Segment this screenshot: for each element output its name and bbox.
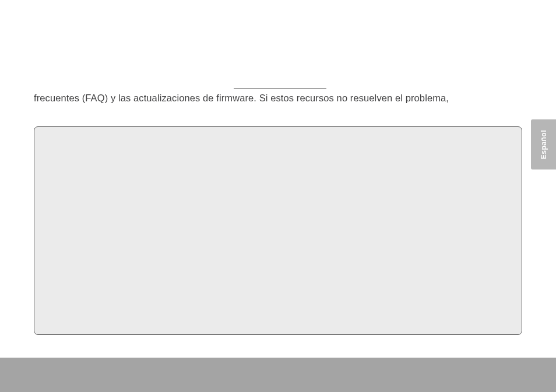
footer-bar	[0, 358, 556, 392]
language-tab-label: Español	[540, 130, 548, 159]
body-text-fragment: frecuentes (FAQ) y las actualizaciones d…	[34, 93, 449, 104]
content-area: frecuentes (FAQ) y las actualizaciones d…	[0, 0, 556, 358]
underline-segment	[234, 89, 326, 89]
language-tab[interactable]: Español	[531, 119, 556, 169]
illustration-placeholder-box	[34, 126, 522, 335]
